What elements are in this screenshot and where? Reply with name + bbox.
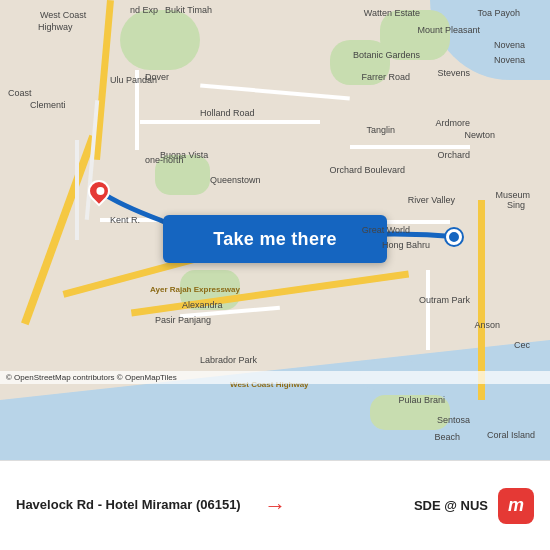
station-to: SDE @ NUS (301, 498, 488, 513)
map-container: Take me there nd Exp Bukit Timah Watten … (0, 0, 550, 480)
direction-arrow: → (257, 488, 293, 524)
attribution-text: © OpenStreetMap contributors © OpenMapTi… (6, 373, 177, 382)
label-orchard-blvd: Orchard Boulevard (329, 165, 405, 175)
moovit-logo: m (498, 488, 534, 524)
label-toa-payoh: Toa Payoh (477, 8, 520, 18)
label-cec: Cec (514, 340, 530, 350)
label-sing: Sing (507, 200, 525, 210)
label-museum: Museum (495, 190, 530, 200)
label-orchard: Orchard (437, 150, 470, 160)
label-pasir-panjang: Pasir Panjang (155, 315, 211, 325)
label-west-coast-hwy-left2: Highway (38, 22, 73, 32)
origin-marker (446, 229, 462, 245)
arrow-icon: → (264, 493, 286, 519)
label-hong-bahru: Hong Bahru (382, 240, 430, 250)
green-bukit-timah (120, 10, 200, 70)
label-stevens: Stevens (437, 68, 470, 78)
label-great-world: Great World (362, 225, 410, 235)
road-orchard (350, 145, 470, 149)
map-attribution: © OpenStreetMap contributors © OpenMapTi… (0, 371, 550, 384)
bottom-bar: Havelock Rd - Hotel Miramar (06151) → SD… (0, 460, 550, 550)
road-holland (140, 120, 320, 124)
label-anson: Anson (474, 320, 500, 330)
label-tanglin: Tanglin (366, 125, 395, 135)
road-coast (75, 140, 79, 240)
label-watten: Watten Estate (364, 8, 420, 18)
label-queenstown: Queenstown (210, 175, 261, 185)
label-sentosa: Sentosa (437, 415, 470, 425)
label-alexandra: Alexandra (182, 300, 223, 310)
label-coral: Coral Island (487, 430, 535, 440)
label-ardmore: Ardmore (435, 118, 470, 128)
label-botanic: Botanic Gardens (353, 50, 420, 60)
moovit-m-letter: m (508, 495, 524, 516)
station-info: Havelock Rd - Hotel Miramar (06151) → SD… (16, 488, 534, 524)
road-outram (426, 270, 430, 350)
label-coast: Coast (8, 88, 32, 98)
label-clementi: Clementi (30, 100, 66, 110)
station-from: Havelock Rd - Hotel Miramar (06151) (16, 497, 249, 514)
moovit-icon: m (498, 488, 534, 524)
label-farrer: Farrer Road (361, 72, 410, 82)
label-newton: Newton (464, 130, 495, 140)
label-pie: nd Exp (130, 5, 158, 15)
from-name: Havelock Rd - Hotel Miramar (06151) (16, 497, 249, 514)
label-holland: Holland Road (200, 108, 255, 118)
label-one-north: one-north (145, 155, 184, 165)
label-bukit-timah: Bukit Timah (165, 5, 212, 15)
to-name: SDE @ NUS (301, 498, 488, 513)
label-pulau: Pulau Brani (398, 395, 445, 405)
destination-marker (88, 180, 110, 208)
label-outram: Outram Park (419, 295, 470, 305)
label-west-coast-hwy-left: West Coast (40, 10, 86, 20)
label-dover: Dover (145, 72, 169, 82)
take-me-there-label: Take me there (213, 229, 337, 250)
label-kent: Kent R. (110, 215, 140, 225)
label-ayer-rajah: Ayer Rajah Expressway (150, 285, 240, 294)
label-river-valley: River Valley (408, 195, 455, 205)
label-novena2: Novena (494, 55, 525, 65)
label-mount-pleasant: Mount Pleasant (417, 25, 480, 35)
central-expressway (478, 200, 485, 400)
label-labrador: Labrador Park (200, 355, 257, 365)
take-me-there-button[interactable]: Take me there (163, 215, 387, 263)
label-novena: Novena (494, 40, 525, 50)
label-beach: Beach (434, 432, 460, 442)
